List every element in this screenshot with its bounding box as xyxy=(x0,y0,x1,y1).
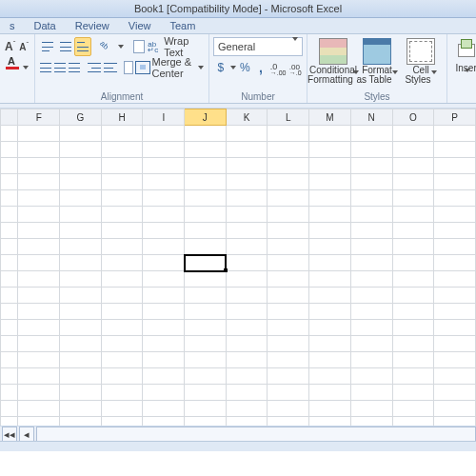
column-header-M[interactable]: M xyxy=(309,109,351,126)
cell[interactable] xyxy=(226,336,268,352)
cell[interactable] xyxy=(309,142,351,158)
cell[interactable] xyxy=(143,190,185,207)
worksheet-grid[interactable]: FGHIJKLMNOP ◂◂ ◂ xyxy=(0,109,476,451)
cell[interactable] xyxy=(60,288,102,304)
cell[interactable] xyxy=(185,255,227,271)
cell[interactable] xyxy=(185,174,227,190)
cell[interactable] xyxy=(268,401,309,417)
cell[interactable] xyxy=(18,304,60,320)
cell[interactable] xyxy=(60,223,102,239)
accounting-dropdown[interactable] xyxy=(229,58,237,77)
percent-format-button[interactable] xyxy=(238,58,253,77)
cell[interactable] xyxy=(60,142,102,158)
align-bottom-button[interactable] xyxy=(74,37,91,56)
cell[interactable] xyxy=(350,255,392,271)
cell[interactable] xyxy=(1,126,18,142)
cell[interactable] xyxy=(18,126,60,142)
cell[interactable] xyxy=(18,255,60,271)
cell[interactable] xyxy=(309,190,351,207)
cell[interactable] xyxy=(434,239,476,255)
cell[interactable] xyxy=(101,401,143,417)
cell[interactable] xyxy=(392,336,434,352)
cell[interactable] xyxy=(309,174,351,190)
cell[interactable] xyxy=(185,385,227,401)
cell[interactable] xyxy=(143,255,185,271)
cell[interactable] xyxy=(1,271,18,288)
cell[interactable] xyxy=(226,368,268,385)
cell[interactable] xyxy=(101,126,143,142)
cell[interactable] xyxy=(268,352,309,368)
cell[interactable] xyxy=(309,255,351,271)
cell[interactable] xyxy=(101,174,143,190)
cell[interactable] xyxy=(392,174,434,190)
cell[interactable] xyxy=(1,385,18,401)
cell[interactable] xyxy=(185,336,227,352)
cell[interactable] xyxy=(101,190,143,207)
cell[interactable] xyxy=(185,239,227,255)
cell[interactable] xyxy=(60,320,102,336)
cell[interactable] xyxy=(434,385,476,401)
cell[interactable] xyxy=(226,142,268,158)
cell[interactable] xyxy=(1,239,18,255)
cell[interactable] xyxy=(434,352,476,368)
column-header-N[interactable]: N xyxy=(350,109,392,126)
cell[interactable] xyxy=(350,352,392,368)
cell[interactable] xyxy=(226,190,268,207)
cell[interactable] xyxy=(101,142,143,158)
merge-center-label[interactable]: Merge & Center xyxy=(152,56,196,79)
cell[interactable] xyxy=(60,255,102,271)
cell[interactable] xyxy=(143,126,185,142)
align-middle-button[interactable] xyxy=(57,37,74,56)
cell[interactable] xyxy=(143,288,185,304)
cell[interactable] xyxy=(185,207,227,223)
column-header-G[interactable]: G xyxy=(60,109,102,126)
cell[interactable] xyxy=(185,190,227,207)
cell[interactable] xyxy=(18,271,60,288)
cell[interactable] xyxy=(18,385,60,401)
cell[interactable] xyxy=(350,158,392,174)
cell[interactable] xyxy=(226,158,268,174)
cell[interactable] xyxy=(350,223,392,239)
cell[interactable] xyxy=(60,385,102,401)
cell[interactable] xyxy=(309,207,351,223)
cell[interactable] xyxy=(226,401,268,417)
cell[interactable] xyxy=(226,304,268,320)
cell[interactable] xyxy=(309,352,351,368)
cell[interactable] xyxy=(226,352,268,368)
cell[interactable] xyxy=(309,288,351,304)
cell[interactable] xyxy=(101,336,143,352)
wrap-text-label[interactable]: Wrap Text xyxy=(164,35,205,58)
cell[interactable] xyxy=(350,336,392,352)
cell[interactable] xyxy=(268,255,309,271)
cell[interactable] xyxy=(309,223,351,239)
cell[interactable] xyxy=(392,368,434,385)
cell[interactable] xyxy=(60,190,102,207)
cell[interactable] xyxy=(309,126,351,142)
cell[interactable] xyxy=(350,368,392,385)
cell[interactable] xyxy=(392,304,434,320)
cell[interactable] xyxy=(392,207,434,223)
column-header-F[interactable]: F xyxy=(18,109,60,126)
cell[interactable] xyxy=(185,320,227,336)
cell[interactable] xyxy=(1,255,18,271)
cell[interactable] xyxy=(434,271,476,288)
cell[interactable] xyxy=(60,207,102,223)
cell[interactable] xyxy=(143,352,185,368)
cell[interactable] xyxy=(1,158,18,174)
cell[interactable] xyxy=(268,207,309,223)
cell[interactable] xyxy=(309,320,351,336)
align-left-button[interactable] xyxy=(39,58,52,77)
cell[interactable] xyxy=(143,320,185,336)
increase-indent-button[interactable] xyxy=(103,58,118,77)
cell[interactable] xyxy=(226,239,268,255)
cell[interactable] xyxy=(350,271,392,288)
cell[interactable] xyxy=(60,158,102,174)
cell[interactable] xyxy=(309,304,351,320)
decrease-decimal-button[interactable] xyxy=(288,58,303,77)
cell[interactable] xyxy=(18,288,60,304)
cell[interactable] xyxy=(143,239,185,255)
tab-review[interactable]: Review xyxy=(66,18,119,33)
cell[interactable] xyxy=(185,352,227,368)
cell[interactable] xyxy=(143,385,185,401)
select-all-corner[interactable] xyxy=(1,109,18,126)
